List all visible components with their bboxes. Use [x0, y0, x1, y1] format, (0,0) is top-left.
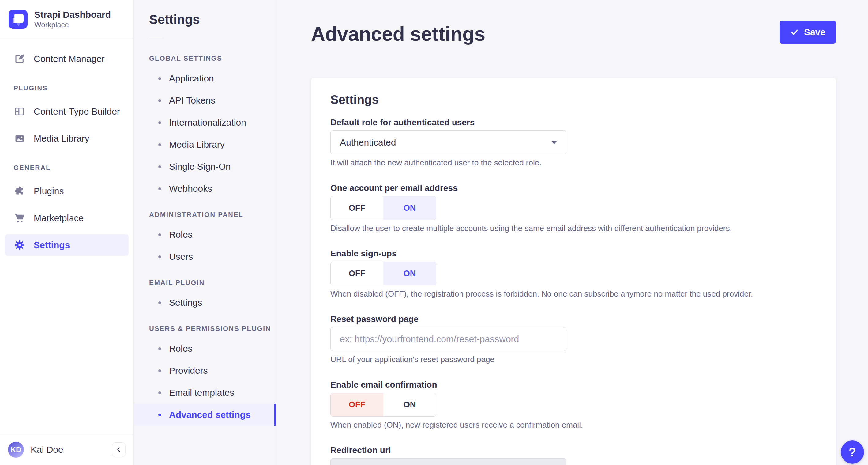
subnav-item-media-library[interactable]: Media Library [134, 134, 276, 155]
toggle-on-option[interactable]: ON [383, 393, 436, 416]
subnav-item-internationalization[interactable]: Internationalization [134, 112, 276, 134]
bullet-icon [158, 121, 161, 124]
toggle-on-option[interactable]: ON [383, 196, 436, 220]
bullet-icon [158, 391, 161, 394]
media-library-icon [13, 132, 26, 145]
page-header: Advanced settings Save [311, 22, 836, 46]
subnav-section-users-permissions-plugin: USERS & PERMISSIONS PLUGIN [149, 325, 276, 333]
strapi-logo-icon [8, 10, 28, 29]
sidebar-section-general: GENERAL [13, 164, 133, 172]
subnav-item-label: Media Library [169, 139, 225, 150]
card-title: Settings [330, 93, 816, 107]
subnav-item-label: Roles [169, 229, 193, 240]
question-mark-icon: ? [849, 445, 856, 459]
field-default-role: Default role for authenticated users Aut… [330, 118, 566, 168]
chevron-left-icon [116, 446, 122, 453]
subnav-item-api-tokens[interactable]: API Tokens [134, 89, 276, 112]
user-name: Kai Doe [31, 444, 112, 455]
redirection-url-input [330, 458, 566, 465]
sidebar-item-plugins[interactable]: Plugins [5, 180, 129, 202]
subnav-item-label: Roles [169, 343, 193, 354]
subnav-item-webhooks[interactable]: Webhooks [134, 178, 276, 200]
toggle-off-option[interactable]: OFF [331, 262, 383, 285]
toggle-off-option[interactable]: OFF [331, 196, 383, 220]
field-redirection-url: Redirection url [330, 445, 566, 465]
sidebar-item-label: Content-Type Builder [34, 106, 120, 117]
bullet-icon [158, 187, 161, 190]
subnav-item-providers[interactable]: Providers [134, 359, 276, 382]
subnav-item-application[interactable]: Application [134, 67, 276, 89]
sidebar-item-label: Plugins [34, 186, 64, 196]
sidebar-nav: Content Manager PLUGINS Content-Type Bui… [0, 39, 133, 434]
field-hint: Disallow the user to create multiple acc… [330, 224, 566, 233]
subnav-item-label: Email templates [169, 387, 234, 398]
field-label: One account per email address [330, 183, 566, 193]
subnav-item-up-roles[interactable]: Roles [134, 338, 276, 359]
one-account-per-email-toggle: OFF ON [330, 196, 436, 220]
bullet-icon [158, 256, 161, 258]
settings-gear-icon [13, 239, 26, 251]
field-label: Default role for authenticated users [330, 118, 566, 127]
subnav-item-label: Settings [169, 297, 202, 308]
save-button[interactable]: Save [779, 21, 836, 44]
bullet-icon [158, 143, 161, 146]
field-label: Redirection url [330, 445, 566, 455]
avatar[interactable]: KD [8, 442, 24, 458]
app-title: Strapi Dashboard [34, 9, 111, 20]
content-type-builder-icon [13, 106, 26, 118]
sidebar-section-plugins: PLUGINS [13, 84, 133, 92]
toggle-off-option[interactable]: OFF [331, 393, 383, 416]
sidebar-item-marketplace[interactable]: Marketplace [5, 207, 129, 229]
bullet-icon [158, 233, 161, 236]
subnav-section-administration-panel: ADMINISTRATION PANEL [149, 211, 276, 219]
bullet-icon [158, 99, 161, 102]
sidebar-footer: KD Kai Doe [0, 434, 133, 465]
subnav-section-email-plugin: EMAIL PLUGIN [149, 279, 276, 287]
subnav-item-admin-users[interactable]: Users [134, 246, 276, 268]
sidebar-item-settings[interactable]: Settings [5, 234, 129, 256]
field-hint: URL of your application's reset password… [330, 355, 566, 364]
check-icon [790, 28, 799, 37]
subnav-item-label: Application [169, 73, 214, 84]
field-label: Reset password page [330, 314, 566, 324]
subnav-item-advanced-settings[interactable]: Advanced settings [134, 404, 276, 426]
sidebar-item-label: Settings [34, 240, 70, 250]
toggle-on-option[interactable]: ON [383, 262, 436, 285]
subnav-title: Settings [149, 12, 276, 27]
sidebar-item-label: Marketplace [34, 213, 84, 223]
subnav-item-label: Providers [169, 366, 208, 376]
enable-email-confirmation-toggle: OFF ON [330, 393, 436, 416]
sidebar-item-media-library[interactable]: Media Library [5, 128, 129, 149]
bullet-icon [158, 347, 161, 350]
reset-password-page-input[interactable] [330, 327, 566, 351]
subnav-section-global-settings: GLOBAL SETTINGS [149, 55, 276, 62]
sidebar-item-content-type-builder[interactable]: Content-Type Builder [5, 101, 129, 122]
field-enable-email-confirmation: Enable email confirmation OFF ON When en… [330, 380, 566, 430]
field-hint: When enabled (ON), new registered users … [330, 420, 566, 430]
marketplace-icon [13, 212, 26, 224]
field-label: Enable sign-ups [330, 249, 566, 259]
workspace-name: Workplace [34, 20, 111, 29]
help-button[interactable]: ? [841, 440, 864, 464]
sidebar-item-content-manager[interactable]: Content Manager [5, 48, 129, 69]
main-content: Advanced settings Save Settings Default … [277, 0, 868, 465]
bullet-icon [158, 166, 161, 168]
bullet-icon [158, 413, 161, 416]
subnav-item-label: API Tokens [169, 95, 215, 106]
plugins-icon [13, 185, 26, 197]
subnav-divider [149, 38, 164, 39]
subnav-item-email-settings[interactable]: Settings [134, 292, 276, 314]
main-sidebar: Strapi Dashboard Workplace Content Manag… [0, 0, 134, 465]
select-value: Authenticated [340, 137, 396, 148]
collapse-sidebar-button[interactable] [112, 442, 126, 457]
field-one-account-per-email: One account per email address OFF ON Dis… [330, 183, 566, 233]
sidebar-item-label: Media Library [34, 133, 89, 144]
default-role-select[interactable]: Authenticated [330, 130, 566, 154]
subnav-item-admin-roles[interactable]: Roles [134, 224, 276, 246]
field-enable-sign-ups: Enable sign-ups OFF ON When disabled (OF… [330, 249, 566, 299]
subnav-item-label: Advanced settings [169, 410, 251, 420]
settings-subnav: Settings GLOBAL SETTINGS Application API… [134, 0, 277, 465]
subnav-item-email-templates[interactable]: Email templates [134, 382, 276, 404]
brand[interactable]: Strapi Dashboard Workplace [0, 0, 133, 39]
subnav-item-single-sign-on[interactable]: Single Sign-On [134, 155, 276, 178]
